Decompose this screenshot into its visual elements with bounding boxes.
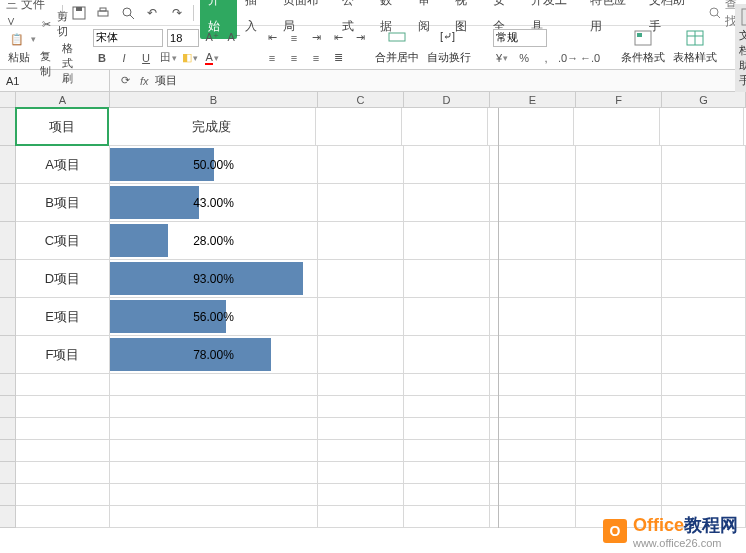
row-header[interactable] <box>0 484 16 506</box>
font-size-input[interactable] <box>167 29 199 47</box>
cell[interactable] <box>404 374 490 395</box>
cell[interactable] <box>662 146 746 183</box>
cell[interactable] <box>16 440 110 461</box>
cell[interactable] <box>490 146 576 183</box>
align-left-icon[interactable]: ≡ <box>263 49 281 67</box>
col-header-c[interactable]: C <box>318 92 404 107</box>
cell[interactable] <box>576 260 662 297</box>
currency-icon[interactable]: ¥▾ <box>493 49 511 67</box>
cell[interactable] <box>16 506 110 527</box>
cell[interactable] <box>490 418 576 439</box>
cell[interactable] <box>110 396 318 417</box>
cell[interactable] <box>576 484 662 505</box>
cell[interactable] <box>318 396 404 417</box>
undo-icon[interactable]: ↶ <box>144 4 160 22</box>
cell[interactable] <box>318 462 404 483</box>
cell[interactable] <box>662 462 746 483</box>
cut-button[interactable]: ✂剪切 <box>40 9 73 39</box>
table-style-button[interactable]: 表格样式 <box>671 30 719 65</box>
cell-b1[interactable]: 完成度 <box>108 108 316 145</box>
cell-databar[interactable]: 93.00% <box>110 260 318 297</box>
font-color-icon[interactable]: A▾ <box>203 49 221 67</box>
cell-label[interactable]: A项目 <box>16 146 110 183</box>
cell[interactable] <box>662 418 746 439</box>
cell[interactable] <box>576 462 662 483</box>
cell[interactable] <box>576 146 662 183</box>
cell[interactable] <box>318 484 404 505</box>
cell-label[interactable]: C项目 <box>16 222 110 259</box>
comma-icon[interactable]: , <box>537 49 555 67</box>
bold-icon[interactable]: B <box>93 49 111 67</box>
cell-label[interactable]: E项目 <box>16 298 110 335</box>
cell[interactable] <box>404 336 490 373</box>
cell[interactable] <box>576 184 662 221</box>
cell[interactable] <box>110 374 318 395</box>
row-header[interactable] <box>0 506 16 528</box>
cell[interactable] <box>16 396 110 417</box>
cell[interactable] <box>490 506 576 527</box>
border-icon[interactable]: 田▾ <box>159 49 177 67</box>
row-header[interactable] <box>0 374 16 396</box>
row-header[interactable] <box>0 336 16 374</box>
formula-value[interactable]: 项目 <box>155 73 177 88</box>
dec-decimal-icon[interactable]: ←.0 <box>581 49 599 67</box>
cell[interactable] <box>110 484 318 505</box>
cell[interactable] <box>490 440 576 461</box>
save-icon[interactable] <box>71 4 87 22</box>
cell[interactable] <box>662 298 746 335</box>
cell[interactable] <box>318 418 404 439</box>
row-header[interactable] <box>0 440 16 462</box>
cell-databar[interactable]: 43.00% <box>110 184 318 221</box>
cell-databar[interactable]: 28.00% <box>110 222 318 259</box>
cell[interactable] <box>490 222 576 259</box>
cell[interactable] <box>16 374 110 395</box>
cell[interactable] <box>490 260 576 297</box>
decrease-font-icon[interactable]: A⁻ <box>225 29 243 47</box>
cell[interactable] <box>576 418 662 439</box>
cell-label[interactable]: B项目 <box>16 184 110 221</box>
align-middle-icon[interactable]: ≡ <box>285 29 303 47</box>
cell[interactable] <box>404 462 490 483</box>
col-header-g[interactable]: G <box>662 92 746 107</box>
print-icon[interactable] <box>95 4 111 22</box>
cell[interactable] <box>662 336 746 373</box>
cell[interactable] <box>490 374 576 395</box>
cell[interactable] <box>574 108 660 145</box>
cell[interactable] <box>404 396 490 417</box>
row-header[interactable] <box>0 418 16 440</box>
cell[interactable] <box>404 260 490 297</box>
align-center-icon[interactable]: ≡ <box>285 49 303 67</box>
col-header-e[interactable]: E <box>490 92 576 107</box>
cell[interactable] <box>404 184 490 221</box>
col-header-f[interactable]: F <box>576 92 662 107</box>
italic-icon[interactable]: I <box>115 49 133 67</box>
row-header[interactable] <box>0 462 16 484</box>
cell[interactable] <box>490 396 576 417</box>
cell[interactable] <box>576 298 662 335</box>
col-header-d[interactable]: D <box>404 92 490 107</box>
cell[interactable] <box>404 298 490 335</box>
cell[interactable] <box>490 298 576 335</box>
cell[interactable] <box>576 440 662 461</box>
cell[interactable] <box>662 184 746 221</box>
row-header[interactable] <box>0 108 16 146</box>
cell[interactable] <box>404 484 490 505</box>
cell[interactable] <box>576 396 662 417</box>
cell-databar[interactable]: 78.00% <box>110 336 318 373</box>
cell[interactable] <box>110 440 318 461</box>
cell-databar[interactable]: 50.00% <box>110 146 318 183</box>
inc-decimal-icon[interactable]: .0→ <box>559 49 577 67</box>
cell[interactable] <box>662 374 746 395</box>
fx-history-icon[interactable]: ⟳ <box>116 72 134 90</box>
align-bottom-icon[interactable]: ⇥ <box>307 29 325 47</box>
paste-button[interactable]: 📋▾ <box>8 30 36 48</box>
wrap-button[interactable]: [⤶] 自动换行 <box>425 30 473 65</box>
cell[interactable] <box>662 260 746 297</box>
cell[interactable] <box>662 222 746 259</box>
row-header[interactable] <box>0 184 16 222</box>
cell[interactable] <box>110 506 318 527</box>
cell[interactable] <box>316 108 402 145</box>
cell[interactable] <box>490 184 576 221</box>
row-header[interactable] <box>0 146 16 184</box>
merge-button[interactable]: 合并居中 <box>373 30 421 65</box>
